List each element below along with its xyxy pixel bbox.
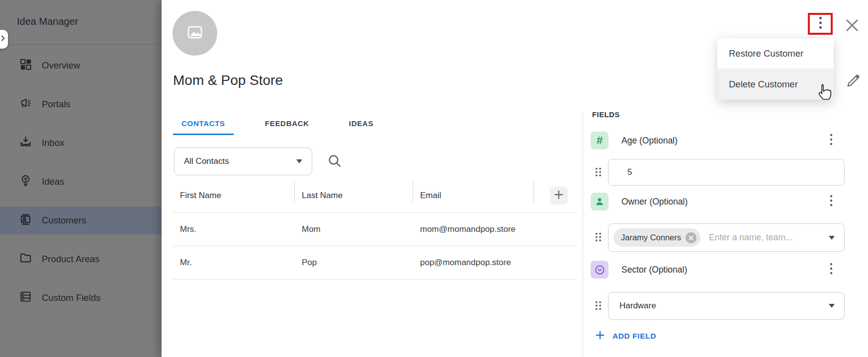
- column-header-email[interactable]: Email: [413, 179, 533, 213]
- sidebar-item-customers[interactable]: Customers: [0, 207, 162, 234]
- customer-detail-dialog: Mom & Pop Store CONTACTS FEEDBACK IDEAS …: [162, 0, 868, 357]
- field-label: Sector (Optional): [621, 265, 687, 275]
- grid-icon: [19, 58, 32, 73]
- sidebar-item-portals[interactable]: Portals: [0, 90, 162, 118]
- drag-handle-icon[interactable]: [593, 165, 604, 181]
- page-title: Mom & Pop Store: [173, 72, 283, 88]
- field-owner-options-button[interactable]: [826, 193, 837, 211]
- table-row[interactable]: Mrs. Mom mom@momandpop.store: [173, 213, 577, 246]
- sidebar-divider: [0, 44, 162, 45]
- chevron-down-icon: [296, 159, 302, 163]
- column-header-last-name[interactable]: Last Name: [294, 179, 413, 213]
- more-options-icon: [830, 262, 833, 277]
- fields-panel-title: FIELDS: [592, 110, 620, 119]
- more-options-icon: [819, 16, 822, 32]
- cell-first-name: Mr.: [173, 258, 294, 268]
- sidebar-item-ideas[interactable]: Ideas: [0, 168, 162, 196]
- tab-feedback[interactable]: FEEDBACK: [257, 119, 318, 135]
- customer-context-menu: Restore Customer Delete Customer: [717, 38, 834, 100]
- sidebar-nav: Overview Portals Inbox: [0, 52, 162, 312]
- field-owner-header: Owner (Optional): [591, 193, 688, 211]
- chevron-down-icon: [829, 236, 835, 240]
- field-age-input-wrap: [608, 159, 845, 186]
- app-root: Idea Manager Overview: [0, 0, 868, 357]
- table-row[interactable]: Mr. Pop pop@momandpop.store: [173, 246, 577, 280]
- chevron-right-icon: [0, 35, 6, 44]
- lightbulb-icon: [19, 174, 32, 190]
- field-age-options-button[interactable]: [826, 132, 837, 149]
- number-icon: #: [591, 132, 608, 149]
- person-icon: [591, 193, 608, 211]
- contacts-table: First Name Last Name Email Mrs. Mom: [173, 179, 577, 280]
- add-field-label: ADD FIELD: [612, 332, 656, 341]
- close-icon: [843, 27, 861, 36]
- contacts-filter-select[interactable]: All Contacts: [174, 147, 312, 175]
- owner-chip-label: Jaramy Conners: [621, 233, 681, 242]
- table-header-row: First Name Last Name Email: [173, 179, 577, 213]
- owner-chip: Jaramy Conners: [613, 228, 700, 247]
- app-title: Idea Manager: [17, 16, 78, 27]
- close-button[interactable]: [843, 16, 861, 34]
- sidebar-item-label: Custom Fields: [42, 292, 100, 303]
- search-icon: [327, 162, 343, 170]
- remove-owner-icon[interactable]: [686, 232, 696, 243]
- drag-handle-icon[interactable]: [593, 230, 604, 246]
- cell-last-name: Mom: [294, 224, 413, 234]
- customer-avatar[interactable]: [173, 11, 217, 56]
- more-options-icon: [830, 133, 833, 148]
- sidebar-item-product-areas[interactable]: Product Areas: [0, 245, 162, 273]
- add-contact-cell: [533, 179, 577, 213]
- add-contact-button[interactable]: [550, 187, 568, 205]
- sidebar-item-label: Portals: [42, 99, 71, 110]
- more-options-icon: [830, 194, 833, 209]
- megaphone-icon: [19, 96, 32, 112]
- sidebar-item-label: Product Areas: [42, 254, 99, 265]
- tab-contacts[interactable]: CONTACTS: [173, 119, 234, 135]
- field-sector-header: Sector (Optional): [591, 261, 687, 279]
- inbox-icon: [19, 135, 32, 151]
- field-label: Owner (Optional): [621, 197, 688, 207]
- sidebar-item-label: Customers: [42, 215, 86, 226]
- dropdown-circle-icon: [591, 261, 608, 279]
- field-age-header: # Age (Optional): [591, 132, 678, 149]
- contact-card-icon: [19, 213, 32, 228]
- sidebar-item-label: Ideas: [42, 176, 64, 187]
- menu-item-restore-customer[interactable]: Restore Customer: [717, 38, 834, 69]
- sidebar-item-inbox[interactable]: Inbox: [0, 129, 162, 157]
- owner-picker[interactable]: Jaramy Conners Enter a name, team...: [608, 223, 845, 252]
- sidebar-item-custom-fields[interactable]: Custom Fields: [0, 284, 162, 312]
- cell-last-name: Pop: [294, 258, 413, 268]
- sidebar-item-label: Inbox: [42, 138, 64, 148]
- customer-options-button[interactable]: [808, 13, 833, 35]
- cell-email: pop@momandpop.store: [413, 258, 577, 268]
- contacts-filter-value: All Contacts: [184, 156, 229, 166]
- chevron-down-icon: [829, 304, 835, 308]
- panel-divider: [583, 112, 583, 357]
- search-button[interactable]: [327, 153, 343, 169]
- plus-icon: [553, 189, 565, 203]
- tab-bar: CONTACTS FEEDBACK IDEAS: [173, 119, 405, 135]
- age-input[interactable]: [608, 159, 844, 185]
- sector-select[interactable]: Hardware: [608, 292, 845, 320]
- sidebar: Idea Manager Overview: [0, 0, 162, 357]
- cell-first-name: Mrs.: [173, 224, 294, 234]
- pencil-icon: [846, 81, 862, 90]
- stack-icon: [19, 290, 32, 306]
- column-header-first-name[interactable]: First Name: [173, 179, 294, 213]
- image-placeholder-icon: [185, 22, 205, 44]
- drag-handle-icon[interactable]: [593, 299, 604, 314]
- field-sector-options-button[interactable]: [826, 261, 837, 279]
- sidebar-item-label: Overview: [42, 60, 80, 71]
- sector-select-value: Hardware: [619, 301, 656, 311]
- owner-picker-placeholder: Enter a name, team...: [709, 232, 792, 243]
- menu-item-delete-customer[interactable]: Delete Customer: [717, 69, 834, 100]
- field-label: Age (Optional): [621, 136, 678, 146]
- cell-email: mom@momandpop.store: [413, 224, 577, 234]
- sidebar-item-overview[interactable]: Overview: [0, 52, 162, 79]
- add-field-button[interactable]: ADD FIELD: [595, 330, 656, 343]
- sidebar-expand-button[interactable]: [0, 30, 8, 49]
- tab-ideas[interactable]: IDEAS: [341, 119, 382, 135]
- folder-icon: [19, 251, 32, 267]
- edit-button[interactable]: [846, 72, 862, 88]
- plus-icon: [595, 330, 606, 343]
